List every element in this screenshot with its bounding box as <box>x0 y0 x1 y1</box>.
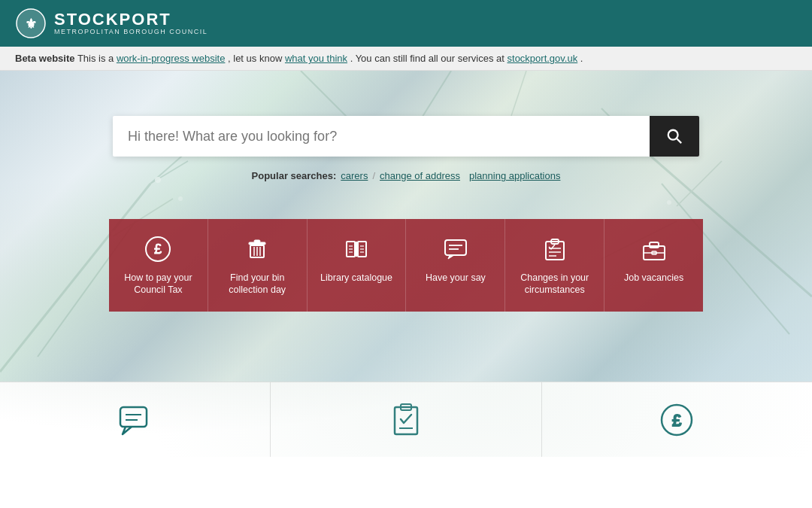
beta-link-site[interactable]: stockport.gov.uk <box>508 53 578 64</box>
logo-title: STOCKPORT <box>54 11 208 28</box>
quick-links-bar: £ How to pay yourCouncil Tax <box>109 219 703 312</box>
search-icon <box>666 128 683 144</box>
logo-text: STOCKPORT METROPOLITAN BOROUGH COUNCIL <box>54 11 208 35</box>
quick-link-jobs[interactable]: Job vacancies <box>604 219 703 312</box>
popular-searches: Popular searches: carers / change of add… <box>252 170 561 181</box>
hero-section: Popular searches: carers / change of add… <box>0 71 812 457</box>
clipboard-list-icon <box>540 234 570 264</box>
quick-link-bin-label: Find your bincollection day <box>229 272 286 297</box>
comment-lines-icon <box>441 234 471 264</box>
svg-line-25 <box>677 138 681 143</box>
svg-text:£: £ <box>154 242 162 257</box>
popular-search-planning[interactable]: planning applications <box>469 170 560 181</box>
quick-link-circumstances-label: Changes in yourcircumstances <box>520 272 589 297</box>
logo-crest: ⚜ <box>15 8 47 39</box>
beta-text-middle: , let us know <box>228 53 282 64</box>
beta-link-wip[interactable]: work-in-progress website <box>117 53 226 64</box>
beta-text-before: This is a <box>77 53 114 64</box>
beta-text-end: . <box>580 53 583 64</box>
trash-bin-icon <box>242 234 272 264</box>
logo-subtitle: METROPOLITAN BOROUGH COUNCIL <box>54 28 208 35</box>
popular-searches-label: Popular searches: <box>252 170 337 181</box>
beta-link-think[interactable]: what you think <box>285 53 347 64</box>
pound-circle-icon: £ <box>143 234 173 264</box>
svg-rect-29 <box>254 240 260 242</box>
quick-link-circumstances[interactable]: Changes in yourcircumstances <box>505 219 604 312</box>
beta-banner: Beta website This is a work-in-progress … <box>0 47 812 71</box>
search-box <box>113 116 699 157</box>
search-container <box>113 116 699 157</box>
svg-point-24 <box>668 130 678 140</box>
svg-line-15 <box>511 71 526 116</box>
quick-link-have-your-say[interactable]: Have your say <box>406 219 505 312</box>
svg-point-17 <box>178 196 183 201</box>
svg-text:⚜: ⚜ <box>25 17 37 32</box>
svg-point-19 <box>667 200 671 205</box>
svg-rect-43 <box>445 240 466 255</box>
quick-link-bin-collection[interactable]: Find your bincollection day <box>208 219 308 312</box>
separator-1: / <box>372 170 375 181</box>
quick-link-library-label: Library catalogue <box>320 272 392 284</box>
search-button[interactable] <box>650 116 699 157</box>
quick-link-council-tax-label: How to pay yourCouncil Tax <box>124 272 192 297</box>
quick-link-council-tax[interactable]: £ How to pay yourCouncil Tax <box>109 219 208 312</box>
logo-area[interactable]: ⚜ STOCKPORT METROPOLITAN BOROUGH COUNCIL <box>15 8 208 39</box>
quick-link-library[interactable]: Library catalogue <box>308 219 407 312</box>
quick-link-have-your-say-label: Have your say <box>426 272 486 284</box>
site-header: ⚜ STOCKPORT METROPOLITAN BOROUGH COUNCIL <box>0 0 812 47</box>
quick-link-jobs-label: Job vacancies <box>624 272 683 284</box>
popular-search-carers[interactable]: carers <box>341 170 368 181</box>
search-input[interactable] <box>113 117 650 157</box>
briefcase-icon <box>639 234 669 264</box>
book-open-icon <box>341 234 371 264</box>
beta-label: Beta website <box>15 53 74 64</box>
popular-search-change-of-address[interactable]: change of address <box>380 170 460 181</box>
svg-point-16 <box>155 177 161 183</box>
beta-text-after: . You can still find all our services at <box>350 53 504 64</box>
